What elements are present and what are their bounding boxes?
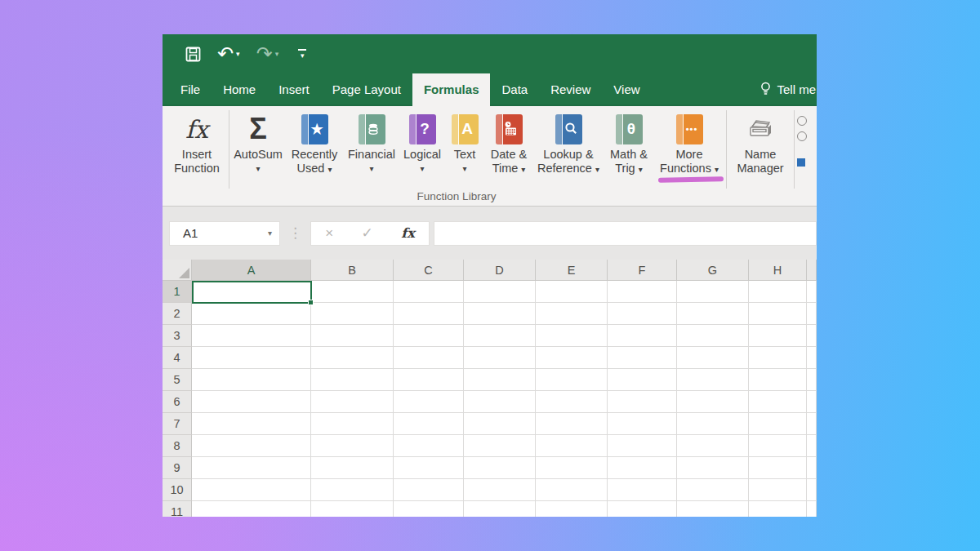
cell-H9[interactable]: [749, 457, 807, 479]
insert-function-fx-icon[interactable]: fx: [401, 225, 414, 241]
enter-icon[interactable]: ✓: [362, 224, 373, 242]
cell-G3[interactable]: [677, 325, 749, 347]
text-button[interactable]: A Text ▾: [446, 106, 483, 176]
cell-D9[interactable]: [464, 457, 536, 479]
cell-E4[interactable]: [536, 347, 608, 369]
cell-G6[interactable]: [677, 391, 749, 413]
formula-bar-resize-handle[interactable]: ⋮: [288, 224, 302, 242]
more-functions-button[interactable]: ••• More Functions ▾: [655, 106, 724, 176]
cell-A1[interactable]: [192, 281, 311, 303]
tell-me-button[interactable]: Tell me: [760, 73, 817, 104]
column-header-B[interactable]: B: [311, 260, 394, 281]
cell-F7[interactable]: [608, 413, 677, 435]
column-header-A[interactable]: A: [192, 260, 311, 281]
cell-H8[interactable]: [749, 435, 807, 457]
cell-F10[interactable]: [608, 479, 677, 501]
cell-A5[interactable]: [192, 369, 311, 391]
cell-D4[interactable]: [464, 347, 536, 369]
dropdown-arrow-icon[interactable]: ▾: [268, 229, 272, 238]
tab-data[interactable]: Data: [490, 73, 539, 104]
cell-C7[interactable]: [394, 413, 464, 435]
undo-button[interactable]: ↶ ▾: [217, 46, 240, 62]
cell-D11[interactable]: [464, 501, 536, 517]
column-header-C[interactable]: C: [394, 260, 464, 281]
row-header-5[interactable]: 5: [163, 369, 192, 391]
cell-D6[interactable]: [464, 391, 536, 413]
row-header-10[interactable]: 10: [163, 479, 192, 501]
select-all-corner[interactable]: [163, 260, 192, 281]
cell-B5[interactable]: [311, 369, 394, 391]
cell-B2[interactable]: [311, 303, 394, 325]
tab-page-layout[interactable]: Page Layout: [321, 73, 412, 104]
row-header-6[interactable]: 6: [163, 391, 192, 413]
cell-H4[interactable]: [749, 347, 807, 369]
cell-G8[interactable]: [677, 435, 749, 457]
cell-F9[interactable]: [608, 457, 677, 479]
cell-C4[interactable]: [394, 347, 464, 369]
name-manager-button[interactable]: Name Manager: [729, 106, 791, 176]
cell-E6[interactable]: [536, 391, 608, 413]
column-header-H[interactable]: H: [749, 260, 807, 281]
cell-H6[interactable]: [749, 391, 807, 413]
cell-E5[interactable]: [536, 369, 608, 391]
cell-D5[interactable]: [464, 369, 536, 391]
cell-A2[interactable]: [192, 303, 311, 325]
cell-B6[interactable]: [311, 391, 394, 413]
insert-function-button[interactable]: fx Insert Function: [167, 106, 226, 176]
date-time-button[interactable]: Date & Time ▾: [483, 106, 534, 176]
column-header-G[interactable]: G: [677, 260, 749, 281]
cell-C2[interactable]: [394, 303, 464, 325]
cell-G11[interactable]: [677, 501, 749, 517]
cell-C5[interactable]: [394, 369, 464, 391]
cell-F3[interactable]: [608, 325, 677, 347]
cell-C10[interactable]: [394, 479, 464, 501]
cell-B10[interactable]: [311, 479, 394, 501]
tab-insert[interactable]: Insert: [267, 73, 321, 104]
cell-A3[interactable]: [192, 325, 311, 347]
cell-E11[interactable]: [536, 501, 608, 517]
cell-F2[interactable]: [608, 303, 677, 325]
dropdown-arrow-icon[interactable]: ▾: [236, 50, 240, 58]
cell-C3[interactable]: [394, 325, 464, 347]
cell-H11[interactable]: [749, 501, 807, 517]
cell-G5[interactable]: [677, 369, 749, 391]
cell-C9[interactable]: [394, 457, 464, 479]
cell-B3[interactable]: [311, 325, 394, 347]
cell-H10[interactable]: [749, 479, 807, 501]
autosum-button[interactable]: Σ AutoSum ▾: [232, 106, 284, 176]
cell-H1[interactable]: [749, 281, 807, 303]
customize-quick-access-button[interactable]: ▾: [298, 49, 306, 60]
cell-C11[interactable]: [394, 501, 464, 517]
cell-D10[interactable]: [464, 479, 536, 501]
cell-H7[interactable]: [749, 413, 807, 435]
lookup-reference-button[interactable]: Lookup & Reference ▾: [534, 106, 603, 176]
cell-F8[interactable]: [608, 435, 677, 457]
cell-D3[interactable]: [464, 325, 536, 347]
cell-G2[interactable]: [677, 303, 749, 325]
cell-A11[interactable]: [192, 501, 311, 517]
cell-E8[interactable]: [536, 435, 608, 457]
name-box[interactable]: A1 ▾: [169, 221, 280, 246]
cell-B4[interactable]: [311, 347, 394, 369]
cell-G1[interactable]: [677, 281, 749, 303]
column-header-D[interactable]: D: [464, 260, 536, 281]
cell-D2[interactable]: [464, 303, 536, 325]
cell-F6[interactable]: [608, 391, 677, 413]
cell-D1[interactable]: [464, 281, 536, 303]
tab-review[interactable]: Review: [539, 73, 602, 104]
row-header-11[interactable]: 11: [163, 501, 192, 517]
cell-H3[interactable]: [749, 325, 807, 347]
row-header-3[interactable]: 3: [163, 325, 192, 347]
cell-F1[interactable]: [608, 281, 677, 303]
cell-A8[interactable]: [192, 435, 311, 457]
logical-button[interactable]: ? Logical ▾: [399, 106, 446, 176]
financial-button[interactable]: Financial ▾: [345, 106, 399, 176]
cell-H5[interactable]: [749, 369, 807, 391]
tab-view[interactable]: View: [602, 73, 651, 104]
cell-E3[interactable]: [536, 325, 608, 347]
row-header-4[interactable]: 4: [163, 347, 192, 369]
row-header-9[interactable]: 9: [163, 457, 192, 479]
cell-G4[interactable]: [677, 347, 749, 369]
row-header-1[interactable]: 1: [163, 281, 192, 303]
cell-F5[interactable]: [608, 369, 677, 391]
